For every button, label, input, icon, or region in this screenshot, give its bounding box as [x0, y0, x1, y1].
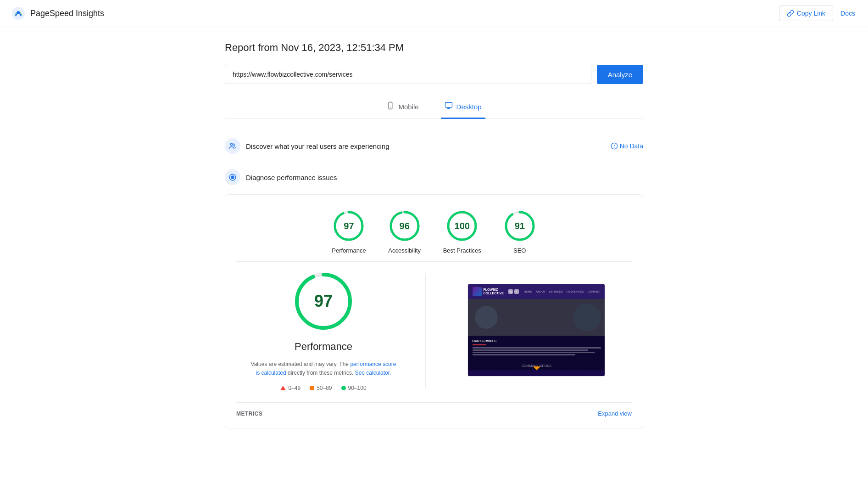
scores-card: 97 Performance 96 Accessibility	[225, 194, 643, 428]
scores-row: 97 Performance 96 Accessibility	[236, 209, 632, 254]
nav-home: HOME	[524, 290, 532, 293]
vertical-divider	[425, 273, 426, 388]
analyze-button[interactable]: Analyze	[597, 65, 643, 84]
detail-right: FLOWBIZCOLLECTIVE in f HOME ABOUT SERVIC…	[440, 269, 632, 391]
legend-average-range: 50–89	[317, 385, 332, 391]
text-line-3	[473, 352, 595, 353]
performance-label: Performance	[332, 247, 366, 254]
copy-link-button[interactable]: Copy Link	[779, 6, 833, 21]
text-line-2	[473, 349, 588, 351]
performance-circle: 97	[332, 209, 365, 242]
svg-point-6	[233, 144, 235, 146]
svg-point-5	[231, 143, 233, 146]
svg-point-8	[231, 175, 234, 179]
pass-icon	[341, 386, 346, 390]
diagnose-section: Diagnose performance issues 97 Performan…	[225, 169, 643, 428]
tab-mobile-label: Mobile	[398, 103, 418, 111]
main-content: Report from Nov 16, 2023, 12:51:34 PM An…	[214, 27, 654, 456]
svg-point-3	[390, 107, 391, 108]
device-tabs: Mobile Desktop	[225, 97, 643, 119]
app-header: PageSpeed Insights Copy Link Docs	[0, 0, 868, 27]
social-icons: in f	[508, 289, 519, 294]
best-practices-circle: 100	[445, 209, 479, 242]
legend-pass-range: 90–100	[348, 385, 367, 391]
screenshot-accent-line	[473, 344, 486, 345]
linkedin-icon: in	[508, 289, 513, 294]
site-logo-text: FLOWBIZCOLLECTIVE	[484, 288, 504, 296]
description-prefix: Values are estimated and may vary. The	[251, 361, 349, 367]
no-data-link[interactable]: No Data	[611, 142, 643, 150]
score-legend: 0–49 50–89 90–100	[280, 385, 366, 391]
detail-performance-title: Performance	[295, 341, 352, 353]
big-performance-circle: 97	[291, 269, 356, 333]
site-logo	[473, 287, 482, 296]
screenshot-hero: SERVICES	[468, 299, 605, 336]
warning-triangle	[533, 366, 540, 370]
text-line-1	[473, 347, 601, 349]
site-nav: HOME ABOUT SERVICES RESOURCES CONTACT	[524, 290, 601, 293]
detail-description: Values are estimated and may vary. The p…	[250, 360, 397, 377]
diagnose-header: Diagnose performance issues	[225, 169, 643, 185]
legend-fail-range: 0–49	[288, 385, 300, 391]
desktop-icon	[445, 101, 453, 112]
info-icon	[611, 142, 618, 150]
metrics-label: METRICS	[236, 411, 263, 417]
screenshot-logo: FLOWBIZCOLLECTIVE	[473, 287, 504, 296]
screenshot-topbar: FLOWBIZCOLLECTIVE in f HOME ABOUT SERVIC…	[468, 284, 605, 299]
tab-desktop-label: Desktop	[456, 103, 482, 111]
hero-bg	[468, 299, 605, 336]
nav-about: ABOUT	[536, 290, 545, 293]
report-title: Report from Nov 16, 2023, 12:51:34 PM	[225, 42, 643, 54]
header-left: PageSpeed Insights	[11, 6, 104, 21]
tab-desktop[interactable]: Desktop	[441, 97, 485, 119]
diagnose-title: Diagnose performance issues	[246, 174, 337, 181]
legend-pass: 90–100	[341, 385, 367, 391]
link-icon	[787, 10, 794, 17]
nav-resources: RESOURCES	[567, 290, 584, 293]
detail-section: 97 Performance Values are estimated and …	[236, 262, 632, 399]
best-practices-label: Best Practices	[443, 247, 481, 254]
accessibility-label: Accessibility	[388, 247, 421, 254]
no-data-label: No Data	[620, 142, 643, 150]
seo-score: 91	[515, 221, 525, 231]
calculator-link[interactable]: See calculator.	[355, 370, 391, 376]
accessibility-score: 96	[400, 221, 410, 231]
facebook-icon: f	[514, 289, 519, 294]
url-bar: Analyze	[225, 65, 643, 84]
screenshot-text-lines	[473, 347, 601, 355]
banner-text: Discover what your real users are experi…	[246, 142, 389, 150]
seo-circle: 91	[503, 209, 536, 242]
people-icon	[225, 138, 240, 154]
banner-left: Discover what your real users are experi…	[225, 138, 389, 154]
best-practices-score: 100	[455, 221, 470, 231]
expand-view-link[interactable]: Expand view	[598, 410, 632, 417]
score-performance[interactable]: 97 Performance	[332, 209, 366, 254]
legend-fail: 0–49	[280, 385, 300, 391]
svg-rect-4	[445, 102, 452, 107]
seo-label: SEO	[513, 247, 526, 254]
mobile-icon	[386, 101, 395, 112]
header-right: Copy Link Docs	[779, 6, 857, 21]
app-title: PageSpeed Insights	[30, 9, 104, 18]
average-icon	[310, 386, 314, 390]
tab-mobile[interactable]: Mobile	[383, 97, 422, 119]
screenshot-body: OUR SERVICES	[468, 336, 605, 359]
screenshot-mock: FLOWBIZCOLLECTIVE in f HOME ABOUT SERVIC…	[468, 284, 605, 376]
svg-point-1	[17, 11, 20, 14]
score-seo[interactable]: 91 SEO	[503, 209, 536, 254]
score-accessibility[interactable]: 96 Accessibility	[388, 209, 421, 254]
big-performance-score: 97	[314, 292, 333, 311]
description-suffix: directly from these metrics.	[288, 370, 355, 376]
diagnose-icon	[225, 169, 240, 185]
nav-contact: CONTACT	[588, 290, 601, 293]
pagespeed-logo	[11, 6, 26, 21]
screenshot-footer: COMMUNICATIONS	[468, 359, 605, 370]
url-input[interactable]	[225, 65, 591, 84]
docs-button[interactable]: Docs	[839, 6, 857, 21]
accessibility-circle: 96	[388, 209, 421, 242]
copy-link-label: Copy Link	[797, 10, 825, 17]
legend-average: 50–89	[310, 385, 332, 391]
detail-left: 97 Performance Values are estimated and …	[236, 269, 411, 391]
real-users-banner: Discover what your real users are experi…	[225, 132, 643, 160]
score-best-practices[interactable]: 100 Best Practices	[443, 209, 481, 254]
